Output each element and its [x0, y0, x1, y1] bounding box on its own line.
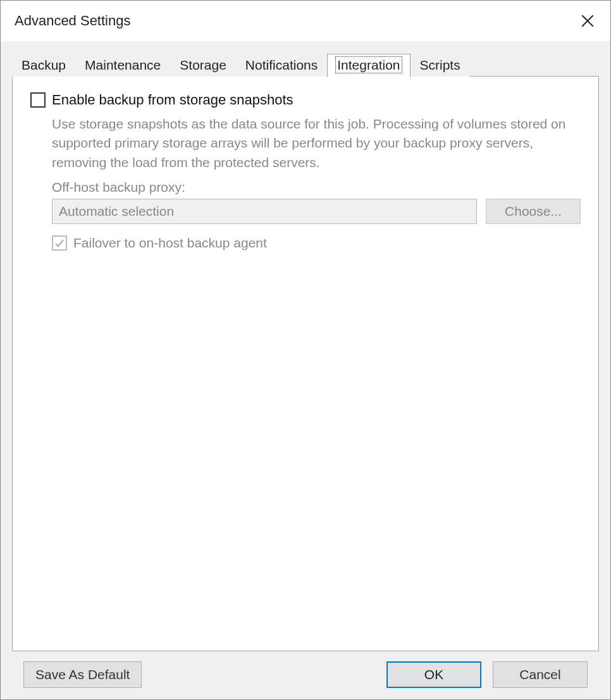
failover-checkbox [52, 235, 67, 251]
enable-snapshots-label: Enable backup from storage snapshots [52, 92, 293, 108]
titlebar: Advanced Settings [1, 1, 610, 41]
tab-label: Backup [22, 58, 66, 72]
tab-integration[interactable]: Integration [327, 54, 410, 77]
choose-proxy-button[interactable]: Choose... [486, 199, 581, 224]
tab-label: Scripts [420, 58, 460, 72]
close-button[interactable] [575, 8, 600, 34]
cancel-button[interactable]: Cancel [493, 661, 588, 688]
close-icon [581, 15, 594, 27]
tab-label: Storage [180, 58, 226, 72]
tab-notifications[interactable]: Notifications [236, 54, 327, 77]
dialog-title: Advanced Settings [15, 13, 130, 29]
client-area: Backup Maintenance Storage Notifications… [1, 41, 610, 699]
check-icon [54, 238, 65, 248]
tab-maintenance[interactable]: Maintenance [75, 54, 170, 77]
tab-backup[interactable]: Backup [12, 54, 75, 77]
proxy-field-label: Off-host backup proxy: [52, 180, 581, 195]
enable-snapshots-row: Enable backup from storage snapshots [30, 92, 581, 108]
tab-label: Maintenance [85, 58, 161, 72]
ok-button[interactable]: OK [386, 661, 481, 688]
failover-row: Failover to on-host backup agent [52, 235, 581, 251]
enable-snapshots-description: Use storage snapshots as the data source… [52, 115, 581, 172]
tab-strip: Backup Maintenance Storage Notifications… [12, 53, 599, 77]
enable-snapshots-checkbox[interactable] [30, 92, 46, 108]
tab-label: Integration [336, 58, 400, 72]
proxy-row: Automatic selection Choose... [52, 199, 581, 224]
tab-label: Notifications [245, 58, 318, 72]
tab-storage[interactable]: Storage [170, 54, 236, 77]
save-as-default-button[interactable]: Save As Default [23, 661, 142, 688]
tab-scripts[interactable]: Scripts [410, 54, 470, 77]
advanced-settings-dialog: Advanced Settings Backup Maintenance Sto… [0, 0, 611, 700]
tab-body-integration: Enable backup from storage snapshots Use… [12, 76, 599, 651]
failover-label: Failover to on-host backup agent [73, 235, 267, 251]
dialog-footer: Save As Default OK Cancel [12, 651, 599, 699]
proxy-input: Automatic selection [52, 199, 477, 224]
